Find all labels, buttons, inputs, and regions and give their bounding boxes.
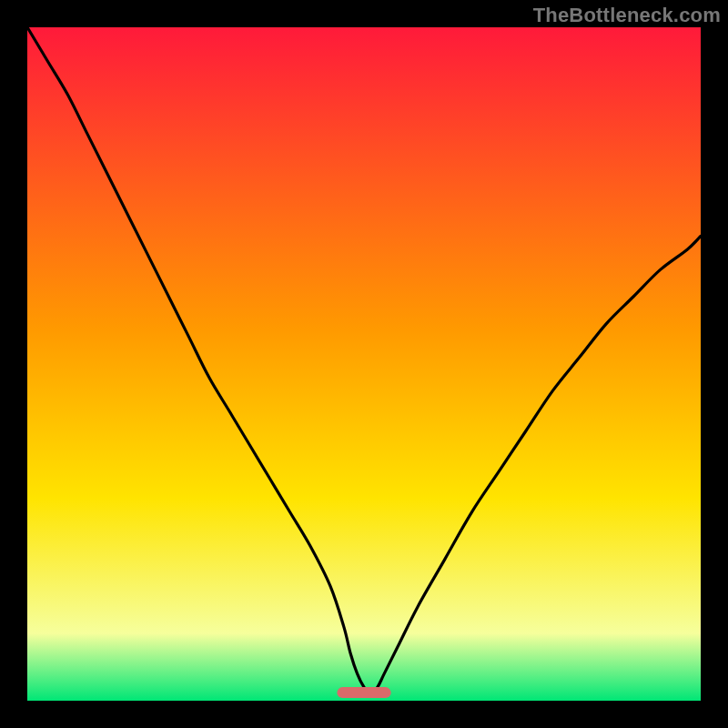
bottleneck-chart xyxy=(27,27,701,701)
watermark-label: TheBottleneck.com xyxy=(533,4,721,27)
optimal-marker xyxy=(337,687,390,698)
chart-frame: TheBottleneck.com xyxy=(0,0,728,728)
gradient-background xyxy=(27,27,701,701)
plot-area xyxy=(27,27,701,701)
